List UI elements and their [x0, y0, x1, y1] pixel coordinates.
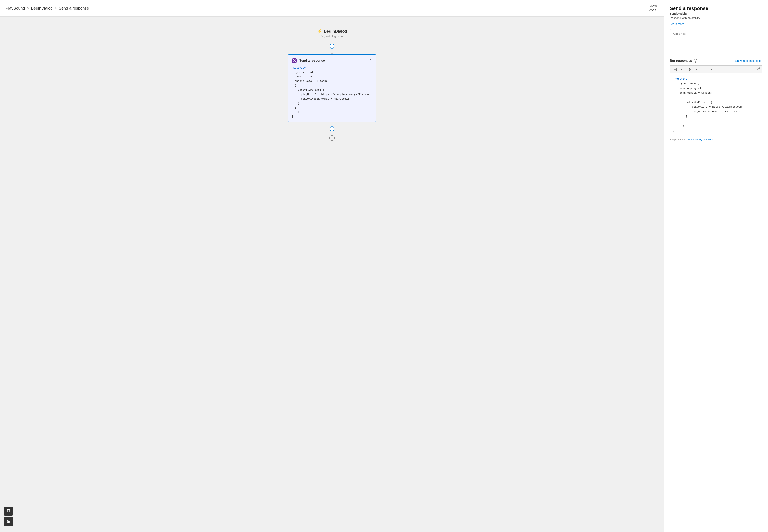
template-name-link[interactable]: #SendActivity_PNqDYJ()	[688, 138, 714, 141]
toolbar-separator-2	[701, 67, 701, 71]
panel-subtitle: Send Activity	[670, 12, 762, 15]
end-node	[329, 135, 335, 141]
expand-icon	[757, 67, 760, 71]
action-node-header: Send a response ⋮	[292, 58, 372, 63]
connector-line-2	[332, 49, 332, 53]
expression-button[interactable]: {x}	[688, 67, 693, 72]
expression-label: {x}	[689, 68, 692, 71]
begin-dialog-node: ⚡ BeginDialog Begin dialog event	[317, 29, 347, 38]
breadcrumb-sep-1: >	[27, 6, 29, 10]
zoom-button[interactable]	[4, 517, 13, 526]
divider	[670, 54, 762, 54]
left-panel: PlaySound > BeginDialog > Send a respons…	[0, 0, 664, 532]
action-node-label: Send a response	[299, 59, 325, 62]
add-button-2[interactable]: +	[330, 126, 334, 131]
show-code-line2: code	[649, 8, 656, 12]
show-code-line1: Show	[649, 4, 657, 8]
show-code-button[interactable]: Show code	[647, 4, 658, 13]
bottom-tools	[4, 507, 13, 526]
lightning-icon: ⚡	[317, 29, 322, 34]
arrow-1	[331, 53, 333, 54]
function-button[interactable]: fx	[703, 67, 708, 72]
bot-responses-header: Bot responses ? Show response editor	[670, 59, 762, 63]
flow-container: ⚡ BeginDialog Begin dialog event +	[288, 29, 376, 141]
breadcrumb-sep-2: >	[55, 6, 57, 10]
template-name-prefix: Template name:	[670, 138, 688, 141]
breadcrumb: PlaySound > BeginDialog > Send a respons…	[6, 6, 89, 11]
chevron-down-button-1[interactable]	[679, 68, 684, 71]
editor-toolbar: {x} fx	[670, 65, 762, 73]
action-icon	[292, 58, 297, 63]
action-node-code: [Activity type = event, name = playUrl, …	[292, 66, 372, 119]
bot-responses-title: Bot responses ?	[670, 59, 697, 63]
fit-view-icon	[6, 509, 10, 513]
canvas-area[interactable]: ⚡ BeginDialog Begin dialog event +	[0, 17, 664, 532]
panel-description: Respond with an activity.	[670, 16, 762, 20]
panel-title: Send a response	[670, 6, 762, 11]
right-panel: Send a response Send Activity Respond wi…	[664, 0, 768, 532]
begin-dialog-label: BeginDialog	[324, 29, 347, 34]
breadcrumb-bar: PlaySound > BeginDialog > Send a respons…	[0, 0, 664, 17]
chevron-down-icon-3	[710, 68, 712, 70]
breadcrumb-playsound[interactable]: PlaySound	[6, 6, 25, 11]
chevron-down-button-3[interactable]	[709, 68, 713, 71]
connector-line-3	[332, 122, 332, 126]
add-button-1[interactable]: +	[330, 44, 334, 49]
chevron-down-icon-1	[680, 68, 682, 70]
chevron-down-icon-2	[696, 68, 698, 70]
chevron-down-button-2[interactable]	[695, 68, 699, 71]
more-options-icon[interactable]: ⋮	[368, 58, 372, 63]
learn-more-link[interactable]: Learn more	[670, 22, 762, 26]
expand-button[interactable]	[757, 67, 760, 71]
template-icon	[674, 68, 677, 71]
begin-dialog-title: ⚡ BeginDialog	[317, 29, 347, 34]
action-node[interactable]: Send a response ⋮ [Activity type = event…	[288, 54, 376, 122]
template-name: Template name: #SendActivity_PNqDYJ()	[670, 138, 762, 141]
svg-rect-2	[7, 510, 9, 512]
template-button[interactable]	[672, 67, 678, 72]
bot-responses-label: Bot responses	[670, 59, 692, 63]
code-editor[interactable]: [Activity type = event, name = playUrl, …	[670, 73, 762, 136]
begin-dialog-subtitle: Begin dialog event	[317, 35, 347, 38]
connector-line-4	[332, 131, 332, 135]
zoom-icon	[6, 520, 10, 524]
fit-view-button[interactable]	[4, 507, 13, 516]
action-node-title: Send a response	[292, 58, 325, 63]
help-icon[interactable]: ?	[694, 59, 697, 63]
connector-line-1	[332, 40, 332, 44]
note-textarea[interactable]	[670, 29, 762, 49]
breadcrumb-begindialog[interactable]: BeginDialog	[31, 6, 53, 11]
function-label: fx	[704, 68, 707, 71]
breadcrumb-current: Send a response	[59, 6, 89, 11]
svg-line-4	[9, 522, 10, 523]
show-response-editor-link[interactable]: Show response editor	[735, 59, 762, 62]
